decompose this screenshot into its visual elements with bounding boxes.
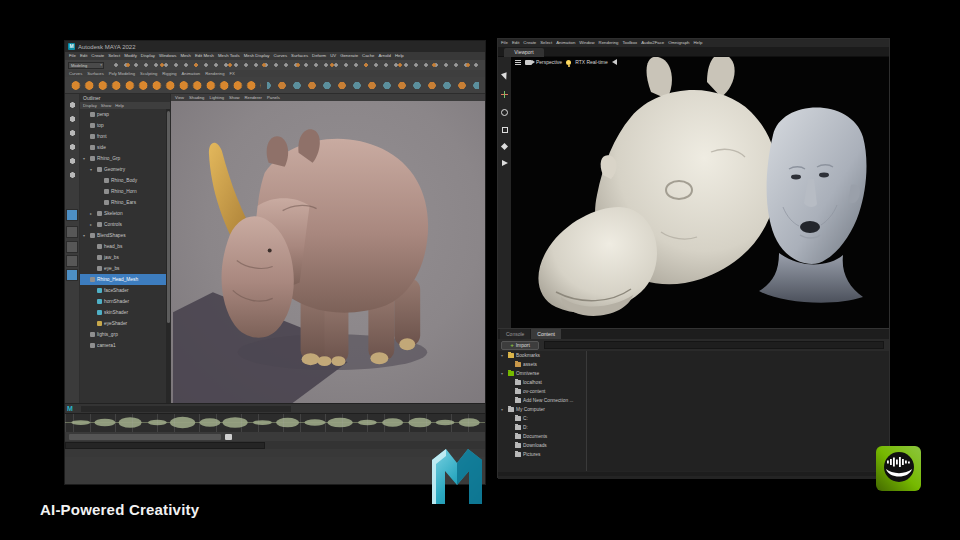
range-slider[interactable] [65,432,485,441]
outliner-item[interactable]: Rhino_Head_Mesh [80,274,166,285]
outliner-item[interactable]: Rhino_Horn [80,186,166,197]
tab-content[interactable]: Content [531,329,561,339]
play-icon[interactable] [502,160,508,166]
viewport-menu-item[interactable]: Panels [267,95,280,100]
menu-set-selector[interactable]: Modeling [68,62,104,69]
shelf-tab[interactable]: Poly Modeling [109,71,135,76]
tree-item[interactable]: Downloads [498,441,586,450]
a2f-menu-item[interactable]: Select [540,40,552,46]
shelf-tab[interactable]: Sculpting [140,71,157,76]
camera-selector[interactable]: Perspective [536,59,562,65]
expand-arrow-icon[interactable]: ▾ [501,371,506,376]
tab-console[interactable]: Console [500,329,530,339]
tree-item[interactable]: Documents [498,432,586,441]
tree-item[interactable]: D: [498,423,586,432]
a2f-menu-item[interactable]: Help [693,40,702,46]
shelf-tab[interactable]: Rendering [205,71,224,76]
maya-menu-item[interactable]: Cache [362,53,374,59]
outliner-item[interactable]: camera1 [80,340,166,351]
viewport-menu-item[interactable]: Lighting [209,95,224,100]
a2f-menu-item[interactable]: Create [523,40,536,46]
outliner-item[interactable]: head_bs [80,241,166,252]
outliner-item[interactable]: front [80,131,166,142]
maya-menu-item[interactable]: Edit [80,53,87,59]
a2f-viewport[interactable]: Perspective RTX Real-time [498,57,889,328]
rotate-tool-icon[interactable] [501,109,508,116]
a2f-menu-item[interactable]: Omnigraph [668,40,689,46]
renderer-selector[interactable]: RTX Real-time [575,59,608,65]
maya-menu-item[interactable]: Mesh Display [244,53,270,59]
viewport-menu-item[interactable]: View [175,95,184,100]
expand-arrow-icon[interactable]: ▾ [501,353,506,358]
scale-tool-icon[interactable] [502,127,508,133]
expand-arrow-icon[interactable]: ▾ [83,233,88,238]
select-tool-icon[interactable] [500,72,508,81]
tree-item[interactable]: ▾ Omniverse [498,369,586,378]
viewport-menu-icon[interactable] [515,60,521,65]
outliner-item[interactable]: eye_bs [80,263,166,274]
maya-tool-box[interactable] [65,94,80,403]
outliner-item[interactable]: eyeShader [80,318,166,329]
tree-item[interactable]: ov-content [498,387,586,396]
viewport-menu-item[interactable]: Shading [189,95,204,100]
maya-menu-item[interactable]: Edit Mesh [195,53,214,59]
tree-item[interactable]: Pictures [498,450,586,459]
a2f-menu-item[interactable]: Window [579,40,594,46]
shelf-tab[interactable]: FX [230,71,235,76]
speaker-icon[interactable] [612,59,617,65]
layout-single-pane-button[interactable] [66,209,78,221]
viewport-menu-item[interactable]: Show [229,95,239,100]
maya-titlebar[interactable]: M Autodesk MAYA 2022 [65,41,485,52]
outliner-menu-item[interactable]: Show [101,103,111,108]
maya-status-line[interactable]: Modeling [65,60,485,70]
outliner-item[interactable]: faceShader [80,285,166,296]
maya-menu-item[interactable]: Deform [312,53,326,59]
outliner-item[interactable]: ▾ BlendShapes [80,230,166,241]
expand-arrow-icon[interactable]: ▸ [90,211,95,216]
mesh-tool-icons[interactable] [267,79,479,92]
a2f-menu-item[interactable]: Animation [556,40,575,46]
outliner-item[interactable]: ▾ Geometry [80,164,166,175]
maya-menu-item[interactable]: Generate [340,53,358,59]
outliner-item[interactable]: jaw_bs [80,252,166,263]
maya-menu-item[interactable]: Surfaces [291,53,308,59]
maya-menu-item[interactable]: Create [91,53,104,59]
a2f-menu-item[interactable]: Edit [512,40,519,46]
outliner-menu-item[interactable]: Help [115,103,124,108]
maya-menu-item[interactable]: Windows [159,53,176,59]
tree-item[interactable]: assets [498,360,586,369]
maya-menu-item[interactable]: Mesh [180,53,191,59]
maya-menu-item[interactable]: Display [141,53,155,59]
horizontal-scrollbar[interactable] [498,472,889,476]
polygon-primitive-icons[interactable] [69,79,261,92]
expand-arrow-icon[interactable]: ▸ [90,222,95,227]
layout-hypershade-button[interactable] [66,255,78,267]
outliner-item[interactable]: Rhino_Body [80,175,166,186]
a2f-menu-item[interactable]: File [501,40,508,46]
layer-bar[interactable] [81,406,291,412]
outliner-item[interactable]: ▸ Skeleton [80,208,166,219]
tree-item[interactable]: ▾ Bookmarks [498,351,586,360]
outliner-item[interactable]: side [80,142,166,153]
outliner-item[interactable]: top [80,120,166,131]
path-bar[interactable] [544,341,884,349]
maya-menu-item[interactable]: Select [108,53,120,59]
move-tool-icon[interactable] [501,91,508,98]
outliner-item[interactable]: Rhino_Ears [80,197,166,208]
tree-item[interactable]: Add New Connection ... [498,396,586,405]
maya-menu-item[interactable]: Help [395,53,404,59]
a2f-menu-item[interactable]: Toolbox [622,40,637,46]
outliner-item[interactable]: lights_grp [80,329,166,340]
rhino-model[interactable] [171,101,485,403]
outliner-menu-item[interactable]: Display [83,103,97,108]
expand-arrow-icon[interactable]: ▾ [83,156,88,161]
outliner-item[interactable]: skinShader [80,307,166,318]
maya-menu-item[interactable]: Arnold [378,53,390,59]
maya-menu-item[interactable]: Curves [273,53,287,59]
layout-persp-outliner-button[interactable] [66,241,78,253]
head-models[interactable] [511,57,878,328]
command-line-input[interactable] [65,442,265,449]
outliner-item[interactable]: hornShader [80,296,166,307]
maya-menu-item[interactable]: File [69,53,76,59]
tree-item[interactable]: localhost [498,378,586,387]
